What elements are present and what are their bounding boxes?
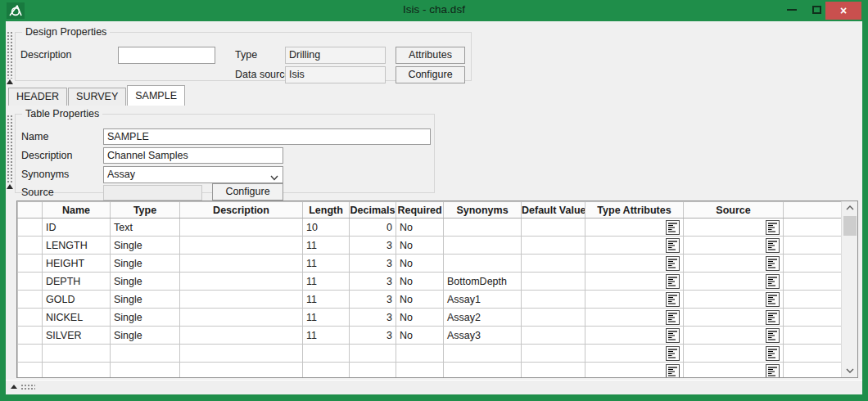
cell-default-value[interactable] <box>522 291 585 309</box>
col-header-source[interactable]: Source <box>684 202 784 219</box>
cell-type[interactable]: Single <box>111 255 180 273</box>
col-header-length[interactable]: Length <box>303 202 350 219</box>
cell-length[interactable] <box>303 345 350 363</box>
cell-type-attributes[interactable] <box>585 237 684 255</box>
col-header-default-value[interactable]: Default Value <box>522 202 585 219</box>
cell-source[interactable] <box>684 327 784 345</box>
type-attributes-icon-button[interactable] <box>666 364 680 379</box>
type-attributes-icon-button[interactable] <box>666 220 680 235</box>
cell-type-attributes[interactable] <box>585 291 684 309</box>
cell-type[interactable]: Single <box>111 273 180 291</box>
cell-type[interactable] <box>111 345 180 363</box>
cell-source[interactable] <box>684 345 784 363</box>
cell-name[interactable]: GOLD <box>43 291 111 309</box>
col-header-description[interactable]: Description <box>180 202 303 219</box>
close-button[interactable]: × <box>825 2 861 20</box>
cell-required[interactable]: No <box>396 273 444 291</box>
col-header-decimals[interactable]: Decimals <box>350 202 396 219</box>
type-attributes-icon-button[interactable] <box>666 328 680 343</box>
type-value-field[interactable]: Drilling <box>285 47 386 64</box>
row-selector-cell[interactable] <box>18 327 43 345</box>
cell-description[interactable] <box>180 219 303 237</box>
cell-description[interactable] <box>180 291 303 309</box>
grid-panel-collapse-arrow[interactable] <box>11 385 17 389</box>
col-header-type[interactable]: Type <box>111 202 180 219</box>
cell-type-attributes[interactable] <box>585 219 684 237</box>
source-icon-button[interactable] <box>766 238 780 253</box>
design-panel-gripper[interactable] <box>7 31 12 79</box>
name-input[interactable]: SAMPLE <box>103 128 431 145</box>
row-selector-cell[interactable] <box>18 345 43 363</box>
cell-decimals[interactable]: 0 <box>350 219 396 237</box>
cell-description[interactable] <box>180 273 303 291</box>
cell-decimals[interactable] <box>350 345 396 363</box>
cell-synonyms[interactable] <box>444 255 522 273</box>
cell-type[interactable]: Single <box>111 291 180 309</box>
cell-required[interactable]: No <box>396 291 444 309</box>
scroll-down-button[interactable] <box>842 364 858 377</box>
row-selector-cell[interactable] <box>18 309 43 327</box>
cell-filler[interactable] <box>784 363 842 379</box>
cell-filler[interactable] <box>784 273 842 291</box>
cell-filler[interactable] <box>784 309 842 327</box>
cell-decimals[interactable]: 3 <box>350 273 396 291</box>
col-header-required[interactable]: Required <box>396 202 444 219</box>
cell-source[interactable] <box>684 291 784 309</box>
source-icon-button[interactable] <box>766 292 780 307</box>
cell-description[interactable] <box>180 309 303 327</box>
cell-required[interactable]: No <box>396 219 444 237</box>
cell-length[interactable]: 11 <box>303 327 350 345</box>
cell-source[interactable] <box>684 309 784 327</box>
row-selector-cell[interactable] <box>18 219 43 237</box>
cell-synonyms[interactable]: Assay1 <box>444 291 522 309</box>
type-attributes-icon-button[interactable] <box>666 238 680 253</box>
table-configure-button[interactable]: Configure <box>212 183 283 200</box>
cell-description[interactable] <box>180 345 303 363</box>
row-selector-cell[interactable] <box>18 273 43 291</box>
cell-type-attributes[interactable] <box>585 273 684 291</box>
type-attributes-icon-button[interactable] <box>666 292 680 307</box>
cell-type-attributes[interactable] <box>585 345 684 363</box>
cell-decimals[interactable]: 3 <box>350 327 396 345</box>
cell-filler[interactable] <box>784 255 842 273</box>
cell-source[interactable] <box>684 273 784 291</box>
cell-name[interactable]: DEPTH <box>43 273 111 291</box>
cell-length[interactable]: 11 <box>303 309 350 327</box>
cell-synonyms[interactable] <box>444 219 522 237</box>
cell-default-value[interactable] <box>522 255 585 273</box>
description-input[interactable] <box>118 47 215 64</box>
design-panel-collapse-arrow[interactable] <box>7 79 13 84</box>
cell-required[interactable] <box>396 363 444 379</box>
cell-name[interactable] <box>43 345 111 363</box>
cell-length[interactable]: 10 <box>303 219 350 237</box>
cell-synonyms[interactable]: Assay2 <box>444 309 522 327</box>
cell-synonyms[interactable] <box>444 237 522 255</box>
cell-decimals[interactable]: 3 <box>350 291 396 309</box>
row-selector-cell[interactable] <box>18 237 43 255</box>
cell-default-value[interactable] <box>522 363 585 379</box>
cell-description[interactable] <box>180 237 303 255</box>
cell-type-attributes[interactable] <box>585 327 684 345</box>
source-icon-button[interactable] <box>766 364 780 379</box>
cell-name[interactable]: ID <box>43 219 111 237</box>
cell-required[interactable]: No <box>396 237 444 255</box>
cell-type[interactable] <box>111 363 180 379</box>
cell-name[interactable]: NICKEL <box>43 309 111 327</box>
cell-filler[interactable] <box>784 345 842 363</box>
source-icon-button[interactable] <box>766 346 780 361</box>
cell-synonyms[interactable]: Assay3 <box>444 327 522 345</box>
tab-header[interactable]: HEADER <box>8 88 67 106</box>
synonyms-dropdown[interactable]: Assay <box>103 166 283 183</box>
cell-decimals[interactable]: 3 <box>350 255 396 273</box>
source-icon-button[interactable] <box>766 220 780 235</box>
table-panel-collapse-arrow[interactable] <box>7 184 13 189</box>
cell-decimals[interactable]: 3 <box>350 309 396 327</box>
source-icon-button[interactable] <box>766 310 780 325</box>
cell-default-value[interactable] <box>522 237 585 255</box>
cell-type-attributes[interactable] <box>585 255 684 273</box>
cell-default-value[interactable] <box>522 327 585 345</box>
cell-filler[interactable] <box>784 219 842 237</box>
cell-required[interactable]: No <box>396 327 444 345</box>
cell-name[interactable]: SILVER <box>43 327 111 345</box>
design-configure-button[interactable]: Configure <box>396 66 465 83</box>
